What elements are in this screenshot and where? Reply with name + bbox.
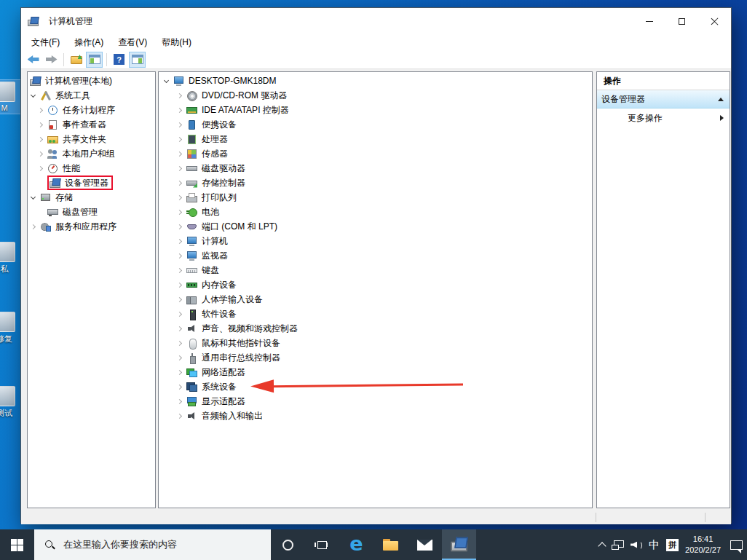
network-icon[interactable]: [612, 540, 624, 550]
menu-view[interactable]: 查看(V): [111, 35, 154, 50]
tree-item-services-applications[interactable]: 服务和应用程序: [28, 219, 155, 234]
chevron-right-icon[interactable]: [177, 180, 182, 185]
chevron-right-icon[interactable]: [177, 311, 182, 316]
device-category-memory-devices[interactable]: 内存设备: [159, 277, 592, 292]
chevron-down-icon[interactable]: [31, 92, 36, 97]
chevron-right-icon[interactable]: [177, 369, 182, 374]
device-category-sensors[interactable]: 传感器: [159, 146, 592, 161]
actions-section-device-manager[interactable]: 设备管理器: [597, 90, 730, 109]
tree-item-storage[interactable]: 存储: [28, 190, 155, 205]
ime-mode-indicator[interactable]: 拼: [666, 539, 679, 551]
tree-item-disk-management[interactable]: 磁盘管理: [28, 205, 155, 219]
edge-button[interactable]: e: [339, 529, 374, 560]
chevron-right-icon[interactable]: [177, 194, 182, 200]
close-button[interactable]: [698, 8, 731, 34]
task-view-button[interactable]: [305, 529, 339, 560]
forward-button[interactable]: [43, 52, 60, 68]
start-button[interactable]: [0, 529, 34, 560]
help-button[interactable]: ?: [111, 52, 127, 68]
computer-management-taskbar-button[interactable]: [442, 529, 476, 560]
device-category-portable-devices[interactable]: 便携设备: [159, 117, 592, 132]
chevron-right-icon[interactable]: [177, 92, 182, 98]
chevron-right-icon[interactable]: [177, 253, 182, 258]
toggle-action-pane-button[interactable]: [129, 52, 146, 68]
tree-item-shared-folders[interactable]: 共享文件夹: [28, 132, 155, 146]
chevron-right-icon[interactable]: [177, 384, 182, 389]
device-category-network-adapters[interactable]: 网络适配器: [159, 365, 592, 379]
chevron-right-icon[interactable]: [38, 122, 43, 127]
device-category-hid[interactable]: 人体学输入设备: [159, 292, 592, 307]
chevron-right-icon[interactable]: [38, 165, 43, 170]
device-category-display-adapters[interactable]: 显示适配器: [159, 394, 592, 409]
back-button[interactable]: [25, 52, 42, 68]
chevron-right-icon[interactable]: [177, 282, 182, 287]
chevron-right-icon[interactable]: [177, 224, 182, 229]
chevron-right-icon[interactable]: [177, 355, 182, 360]
taskbar-clock[interactable]: 16:41 2020/2/27: [685, 534, 721, 556]
device-category-batteries[interactable]: 电池: [159, 205, 592, 219]
show-hidden-icons-chevron[interactable]: [598, 542, 606, 550]
device-tree-root[interactable]: DESKTOP-GMK18DM: [159, 74, 592, 88]
tree-item-event-viewer[interactable]: 事件查看器: [28, 117, 155, 132]
chevron-right-icon[interactable]: [177, 209, 182, 214]
chevron-right-icon[interactable]: [38, 136, 43, 141]
device-category-disk-drives[interactable]: 磁盘驱动器: [159, 161, 592, 176]
device-category-keyboards[interactable]: 键盘: [159, 263, 592, 277]
device-category-storage-controllers[interactable]: 存储控制器: [159, 176, 592, 190]
chevron-right-icon[interactable]: [177, 151, 182, 156]
device-category-print-queues[interactable]: 打印队列: [159, 190, 592, 205]
more-actions-item[interactable]: 更多操作: [597, 109, 730, 127]
ime-language-indicator[interactable]: 中: [649, 538, 660, 552]
chevron-right-icon[interactable]: [177, 398, 182, 403]
desktop-icon[interactable]: 私: [0, 242, 20, 275]
tree-item-system-tools[interactable]: 系统工具: [28, 88, 155, 103]
device-category-processors[interactable]: 处理器: [159, 132, 592, 146]
device-category-software-devices[interactable]: 软件设备: [159, 307, 592, 321]
device-category-usb-controllers[interactable]: 通用串行总线控制器: [159, 350, 592, 365]
device-category-dvd-cdrom[interactable]: DVD/CD-ROM 驱动器: [159, 88, 592, 103]
menu-action[interactable]: 操作(A): [67, 35, 111, 50]
desktop-icon[interactable]: M: [0, 80, 20, 114]
title-bar[interactable]: 计算机管理: [21, 8, 731, 34]
device-category-computer[interactable]: 计算机: [159, 234, 592, 248]
minimize-button[interactable]: [633, 8, 665, 34]
chevron-right-icon[interactable]: [177, 238, 182, 243]
device-category-sound-video-game[interactable]: 声音、视频和游戏控制器: [159, 321, 592, 336]
device-category-ide-controller[interactable]: IDE ATA/ATAPI 控制器: [159, 103, 592, 117]
menu-help[interactable]: 帮助(H): [154, 35, 199, 50]
tree-item-computer-management-root[interactable]: 计算机管理(本地): [28, 74, 155, 88]
action-center-icon[interactable]: [730, 540, 743, 550]
chevron-right-icon[interactable]: [38, 151, 43, 156]
chevron-down-icon[interactable]: [164, 77, 169, 82]
chevron-right-icon[interactable]: [31, 224, 36, 229]
device-category-monitors[interactable]: 监视器: [159, 248, 592, 263]
menu-file[interactable]: 文件(F): [24, 35, 67, 50]
chevron-right-icon[interactable]: [177, 413, 182, 418]
device-category-audio-io[interactable]: 音频输入和输出: [159, 409, 592, 423]
taskbar-search[interactable]: 在这里输入你要搜索的内容: [34, 529, 271, 560]
chevron-right-icon[interactable]: [177, 107, 182, 112]
chevron-right-icon[interactable]: [177, 165, 182, 170]
chevron-down-icon[interactable]: [31, 194, 36, 199]
tree-item-local-users-groups[interactable]: 本地用户和组: [28, 146, 155, 161]
device-category-mice[interactable]: 鼠标和其他指针设备: [159, 336, 592, 350]
chevron-right-icon[interactable]: [38, 107, 43, 112]
desktop-icon[interactable]: 修复: [0, 312, 20, 344]
device-category-ports[interactable]: 端口 (COM 和 LPT): [159, 219, 592, 234]
cortana-button[interactable]: [271, 529, 305, 560]
chevron-right-icon[interactable]: [177, 340, 182, 345]
chevron-right-icon[interactable]: [177, 122, 182, 127]
tree-item-device-manager[interactable]: 设备管理器: [28, 176, 155, 190]
mail-button[interactable]: [408, 529, 442, 560]
up-folder-button[interactable]: [68, 52, 84, 68]
tree-item-performance[interactable]: 性能: [28, 161, 155, 176]
volume-icon[interactable]: [631, 540, 642, 550]
file-explorer-button[interactable]: [374, 529, 408, 560]
collapse-section-icon[interactable]: [718, 98, 724, 101]
chevron-right-icon[interactable]: [177, 296, 182, 301]
desktop-icon[interactable]: 测试: [0, 386, 20, 419]
chevron-right-icon[interactable]: [177, 267, 182, 272]
tree-item-task-scheduler[interactable]: 任务计划程序: [28, 103, 155, 117]
toggle-console-tree-button[interactable]: [86, 52, 103, 68]
chevron-right-icon[interactable]: [177, 326, 182, 331]
